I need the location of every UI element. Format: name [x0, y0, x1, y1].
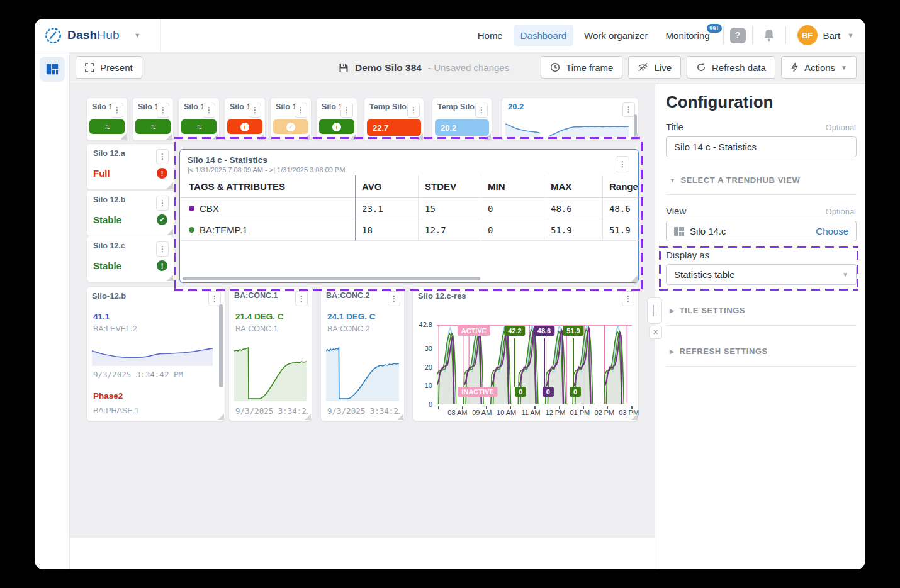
resize-handle[interactable] — [417, 133, 423, 140]
chart-badge-active: ACTIVE — [458, 326, 490, 336]
tile-silo-12c-res[interactable]: Silo 12.c-res ⋮ 42.83020100 ACTIVE42.248… — [412, 286, 639, 421]
level-value: 41.1 — [87, 306, 225, 321]
tile-silo-mini-1[interactable]: Silo 1…⋮≈ — [86, 97, 128, 141]
chart-badge-0: 0 — [515, 387, 526, 397]
tile-menu-button[interactable]: ⋮ — [622, 291, 634, 306]
tile-menu-button[interactable]: ⋮ — [249, 103, 261, 118]
tile-sparkline-20-2[interactable]: 20.2 ⋮ — [502, 97, 639, 141]
refresh-data-button[interactable]: Refresh data — [687, 56, 775, 79]
nav-item-home[interactable]: Home — [471, 25, 510, 46]
tile-silo-mini-5[interactable]: Silo 1…⋮✓ — [270, 97, 312, 141]
refresh-settings-toggle[interactable]: ▶ REFRESH SETTINGS — [666, 346, 772, 357]
chart-badge-0: 0 — [543, 387, 554, 397]
save-icon[interactable] — [339, 63, 349, 73]
resize-handle[interactable] — [631, 133, 638, 140]
tile-title: Silo 12.c-res — [418, 291, 466, 301]
table-row-tag: CBX — [180, 198, 355, 219]
tile-temp-silo-1[interactable]: Temp Silo 1⋮22.7 — [364, 97, 424, 141]
panel-close-button[interactable]: ✕ — [649, 326, 662, 339]
section-divider — [666, 366, 857, 367]
tile-menu-button[interactable]: ⋮ — [407, 103, 420, 118]
tile-scrollbar[interactable] — [219, 304, 223, 387]
resize-handle[interactable] — [258, 133, 264, 140]
tile-menu-button[interactable]: ⋮ — [208, 291, 221, 306]
resize-handle[interactable] — [167, 182, 173, 189]
tile-silo-mini-6[interactable]: Silo 1…⋮i — [316, 97, 357, 141]
time-frame-button[interactable]: Time frame — [541, 56, 622, 79]
tile-title: Silo-12.b — [92, 291, 126, 301]
nav-item-monitoring[interactable]: Monitoring99+ — [659, 25, 717, 46]
tile-silo-12b-detail[interactable]: Silo-12.b ⋮ 41.1 BA:LEVEL.2 9/3/2025 3:3… — [86, 286, 225, 421]
tile-silo-mini-4[interactable]: Silo 1…⋮i — [224, 97, 266, 141]
tile-menu-button[interactable]: ⋮ — [340, 103, 353, 118]
title-input[interactable]: Silo 14 c - Statistics — [666, 136, 857, 157]
badge-drop-line — [544, 338, 545, 387]
actions-button[interactable]: Actions ▼ — [781, 56, 857, 79]
tile-menu-button[interactable]: ⋮ — [388, 291, 400, 306]
chart-badge-48-6: 48.6 — [534, 326, 554, 336]
resize-handle[interactable] — [120, 133, 127, 140]
tile-menu-button[interactable]: ⋮ — [475, 103, 488, 118]
tile-menu-button[interactable]: ⋮ — [616, 156, 629, 172]
resize-handle[interactable] — [485, 133, 491, 140]
view-field[interactable]: Silo 14.c Choose — [666, 221, 857, 241]
tile-menu-button[interactable]: ⋮ — [111, 103, 123, 118]
help-button[interactable]: ? — [730, 28, 746, 43]
tile-menu-button[interactable]: ⋮ — [156, 241, 169, 257]
tile-menu-button[interactable]: ⋮ — [622, 102, 635, 117]
tile-silo-12-a[interactable]: Silo 12.a⋮Full! — [86, 143, 174, 190]
tile-menu-button[interactable]: ⋮ — [295, 103, 307, 118]
nav-item-work-organizer[interactable]: Work organizer — [577, 25, 655, 46]
present-button[interactable]: Present — [76, 56, 142, 79]
tile-title: Silo 1… — [322, 103, 340, 111]
check-icon: ✓ — [286, 123, 295, 131]
resize-handle[interactable] — [631, 414, 638, 420]
chevron-down-icon: ▼ — [670, 177, 676, 184]
tile-silo-12-b[interactable]: Silo 12.b⋮Stable✓ — [86, 190, 174, 236]
brand[interactable]: DashHub ▼ — [35, 19, 161, 52]
tile-title: Silo 1… — [138, 103, 157, 111]
panel-drag-handle[interactable] — [647, 297, 662, 324]
top-nav: DashHub ▼ HomeDashboardWork organizerMon… — [35, 19, 865, 52]
dashboard-layout-button[interactable] — [40, 57, 65, 82]
tile-ba-conc-1[interactable]: BA:CONC.1⋮21.4 DEG. CBA:CONC.19/3/2025 3… — [228, 286, 312, 421]
resize-handle[interactable] — [167, 275, 173, 281]
tile-menu-button[interactable]: ⋮ — [157, 103, 169, 118]
table-horizontal-scrollbar[interactable] — [183, 277, 480, 280]
resize-handle[interactable] — [166, 133, 172, 140]
user-menu[interactable]: BF Bart ▼ — [797, 25, 865, 45]
tile-ba-conc-2[interactable]: BA:CONC.2⋮24.1 DEG. CBA:CONC.29/3/2025 3… — [320, 286, 405, 421]
tile-menu-button[interactable]: ⋮ — [295, 291, 308, 306]
choose-view-link[interactable]: Choose — [816, 226, 848, 236]
resize-handle[interactable] — [631, 275, 638, 282]
display-as-select[interactable]: Statistics table ▼ — [666, 264, 857, 285]
tile-settings-toggle[interactable]: ▶ TILE SETTINGS — [666, 305, 749, 316]
tile-menu-button[interactable]: ⋮ — [156, 149, 169, 164]
tile-silo-mini-3[interactable]: Silo 1…⋮≈ — [178, 97, 220, 141]
nav-item-dashboard[interactable]: Dashboard — [514, 25, 573, 46]
resize-handle[interactable] — [304, 133, 310, 140]
resize-handle[interactable] — [218, 414, 224, 420]
resize-handle[interactable] — [212, 133, 218, 140]
tile-menu-button[interactable]: ⋮ — [156, 196, 169, 211]
select-chevron-icon: ▼ — [842, 271, 848, 278]
resize-handle[interactable] — [350, 133, 356, 140]
resize-handle[interactable] — [167, 229, 173, 235]
trendhub-section-toggle[interactable]: ▼ SELECT A TRENDHUB VIEW — [666, 175, 804, 186]
document-status: - Unsaved changes — [428, 62, 509, 73]
resize-handle[interactable] — [305, 414, 311, 420]
tile-menu-button[interactable]: ⋮ — [203, 103, 215, 118]
resize-handle[interactable] — [397, 414, 403, 420]
brand-chevron-icon[interactable]: ▼ — [134, 31, 141, 39]
tile-silo-12-c[interactable]: Silo 12.c⋮Stable! — [86, 236, 174, 282]
alert-circle-icon: ! — [157, 260, 167, 271]
toolbar-actions: Time frame Live Refresh data — [541, 56, 857, 79]
tile-silo-mini-2[interactable]: Silo 1…⋮≈ — [132, 97, 174, 141]
badge-drop-line — [514, 338, 515, 387]
x-tick-label: 01 PM — [570, 409, 590, 416]
level-sparkline-chart — [92, 338, 213, 366]
notifications-button[interactable] — [759, 28, 779, 43]
live-button[interactable]: Live — [628, 56, 681, 79]
tile-temp-silo-2[interactable]: Temp Silo 2⋮20.2 — [432, 97, 492, 141]
tile-silo14c-statistics[interactable]: Silo 14 c - Statistics |< 1/31/2025 7:08… — [179, 149, 639, 283]
